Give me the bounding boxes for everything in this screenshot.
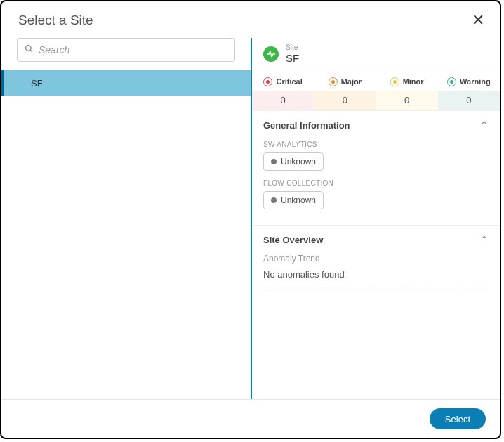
severity-value: 0 [314, 91, 376, 110]
severity-major: Major 0 [314, 72, 376, 110]
close-icon[interactable]: ✕ [470, 13, 486, 28]
flow-collection-value: Unknown [263, 191, 324, 209]
critical-icon [263, 77, 272, 86]
minor-icon [390, 77, 399, 86]
warning-icon [447, 77, 456, 86]
site-name: SF [286, 52, 299, 65]
general-information-section: General Information ⌃ SW ANALYTICS Unkno… [252, 110, 500, 225]
svg-line-1 [30, 50, 32, 52]
section-title: General Information [263, 120, 350, 131]
severity-value: 0 [376, 91, 438, 110]
site-list: SF [1, 70, 251, 399]
severity-label: Warning [460, 77, 491, 86]
sw-analytics-label: SW ANALYTICS [263, 141, 489, 148]
severity-value: 0 [438, 91, 500, 110]
dialog-footer: Select [1, 400, 500, 438]
site-kind-label: Site [286, 44, 299, 52]
pill-text: Unknown [281, 195, 316, 205]
status-dot-icon [271, 197, 277, 203]
overview-section-body: Anomaly Trend No anomalies found [252, 254, 500, 296]
status-dot-icon [271, 159, 277, 164]
severity-value: 0 [252, 91, 314, 110]
severity-minor: Minor 0 [376, 72, 438, 110]
select-button[interactable]: Select [430, 408, 486, 429]
site-header: Site SF [252, 38, 500, 72]
svg-point-0 [26, 46, 32, 51]
site-title-block: Site SF [286, 44, 299, 65]
major-icon [329, 77, 338, 86]
general-section-body: SW ANALYTICS Unknown FLOW COLLECTION Unk… [252, 141, 500, 225]
section-title: Site Overview [263, 235, 323, 245]
anomaly-trend-text: No anomalies found [263, 269, 489, 287]
search-icon [25, 44, 34, 56]
severity-label: Critical [276, 77, 302, 86]
section-header-general[interactable]: General Information ⌃ [252, 111, 500, 139]
search-box[interactable] [17, 38, 235, 62]
site-list-item-label: SF [31, 78, 43, 89]
severity-label: Major [341, 77, 362, 86]
sw-analytics-value: Unknown [263, 152, 324, 171]
search-input[interactable] [39, 44, 227, 56]
severity-label: Minor [403, 77, 424, 86]
site-status-icon [263, 46, 279, 62]
severity-critical: Critical 0 [252, 72, 314, 110]
section-header-overview[interactable]: Site Overview ⌃ [252, 226, 500, 254]
dialog-title: Select a Site [18, 13, 93, 28]
anomaly-trend-label: Anomaly Trend [263, 254, 489, 264]
severity-row: Critical 0 Major 0 Minor 0 Warning 0 [252, 72, 500, 110]
chevron-up-icon: ⌃ [480, 119, 489, 131]
dialog-header: Select a Site ✕ [1, 1, 500, 38]
flow-collection-label: FLOW COLLECTION [263, 179, 489, 187]
select-site-dialog: Select a Site ✕ SF [0, 0, 501, 439]
site-overview-section: Site Overview ⌃ Anomaly Trend No anomali… [252, 225, 500, 296]
chevron-up-icon: ⌃ [480, 234, 489, 245]
pill-text: Unknown [281, 157, 316, 167]
severity-warning: Warning 0 [438, 72, 500, 110]
dialog-body: SF Site SF Critical 0 Major [1, 38, 500, 400]
site-list-panel: SF [1, 38, 252, 399]
site-detail-panel: Site SF Critical 0 Major 0 Minor 0 [252, 38, 500, 399]
site-list-item[interactable]: SF [1, 70, 251, 96]
search-wrapper [1, 38, 251, 70]
